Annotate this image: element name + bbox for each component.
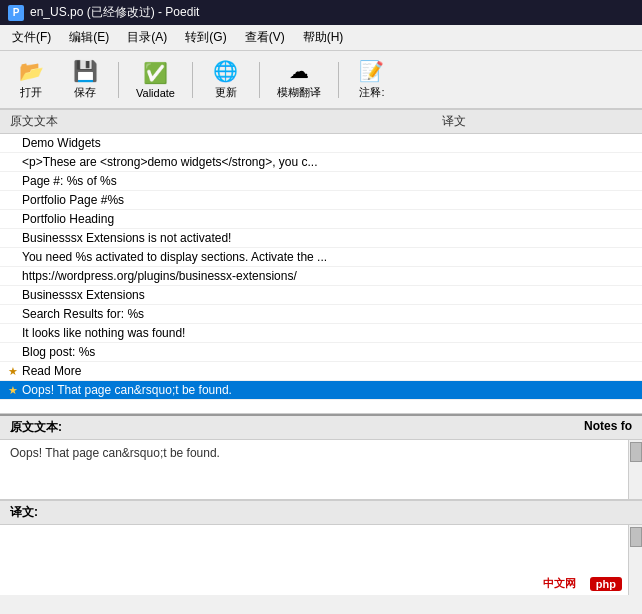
list-item[interactable]: Search Results for: %s xyxy=(0,305,642,324)
list-item-selected[interactable]: ★ Oops! That page can&rsquo;t be found. xyxy=(0,381,642,400)
source-scrollbar[interactable] xyxy=(628,440,642,499)
source-text: Demo Widgets xyxy=(22,136,434,150)
toolbar-separator-1 xyxy=(118,62,119,98)
menu-view[interactable]: 查看(V) xyxy=(237,27,293,48)
source-panel-label: 原文文本: xyxy=(10,419,62,436)
update-icon: 🌐 xyxy=(213,59,238,83)
row-flag: ★ xyxy=(8,384,22,397)
open-icon: 📂 xyxy=(19,59,44,83)
app-icon: P xyxy=(8,5,24,21)
source-text-display: Oops! That page can&rsquo;t be found. xyxy=(0,440,642,500)
php-badge-text: php xyxy=(596,578,616,590)
bottom-panels: 原文文本: Notes fo Oops! That page can&rsquo… xyxy=(0,414,642,595)
toolbar-separator-4 xyxy=(338,62,339,98)
validate-icon: ✅ xyxy=(143,61,168,85)
source-text: Search Results for: %s xyxy=(22,307,434,321)
source-text: Businesssx Extensions xyxy=(22,288,434,302)
site-link: 中文网 xyxy=(543,576,576,591)
translation-panel-label: 译文: xyxy=(10,504,38,521)
fuzzy-translate-button[interactable]: ☁ 模糊翻译 xyxy=(268,55,330,104)
list-header: 原文文本 译文 xyxy=(0,110,642,134)
translation-panel-header: 译文: xyxy=(0,501,642,525)
row-flag: ★ xyxy=(8,365,22,378)
source-panel-header: 原文文本: Notes fo xyxy=(0,416,642,440)
source-text: Portfolio Page #%s xyxy=(22,193,434,207)
trans-scrollbar[interactable] xyxy=(628,525,642,595)
notes-button[interactable]: 📝 注释: xyxy=(347,55,397,104)
toolbar-separator-2 xyxy=(192,62,193,98)
list-item[interactable]: Portfolio Heading xyxy=(0,210,642,229)
menu-file[interactable]: 文件(F) xyxy=(4,27,59,48)
source-text: Blog post: %s xyxy=(22,345,434,359)
translation-panel: 译文: php 中文网 xyxy=(0,500,642,595)
source-text: https://wordpress.org/plugins/businessx-… xyxy=(22,269,434,283)
php-badge: php xyxy=(590,577,622,591)
source-text: Portfolio Heading xyxy=(22,212,434,226)
list-item[interactable]: Blog post: %s xyxy=(0,343,642,362)
menu-goto[interactable]: 转到(G) xyxy=(177,27,234,48)
source-text: You need %s activated to display section… xyxy=(22,250,434,264)
source-column-header: 原文文本 xyxy=(10,113,432,130)
list-item[interactable]: ★ Read More xyxy=(0,362,642,381)
source-text: Read More xyxy=(22,364,434,378)
validate-button[interactable]: ✅ Validate xyxy=(127,57,184,103)
list-item[interactable]: Businesssx Extensions xyxy=(0,286,642,305)
main-area: 原文文本 译文 Demo Widgets <p>These are <stron… xyxy=(0,110,642,614)
source-text: Businesssx Extensions is not activated! xyxy=(22,231,434,245)
list-item[interactable]: <p>These are <strong>demo widgets</stron… xyxy=(0,153,642,172)
menu-help[interactable]: 帮助(H) xyxy=(295,27,352,48)
notes-icon: 📝 xyxy=(359,59,384,83)
list-item[interactable]: It looks like nothing was found! xyxy=(0,324,642,343)
list-item[interactable]: You need %s activated to display section… xyxy=(0,248,642,267)
list-item[interactable]: Page #: %s of %s xyxy=(0,172,642,191)
window-title: en_US.po (已经修改过) - Poedit xyxy=(30,4,199,21)
toolbar-separator-3 xyxy=(259,62,260,98)
menu-edit[interactable]: 编辑(E) xyxy=(61,27,117,48)
list-item[interactable]: Demo Widgets xyxy=(0,134,642,153)
menu-bar: 文件(F) 编辑(E) 目录(A) 转到(G) 查看(V) 帮助(H) xyxy=(0,25,642,51)
menu-catalog[interactable]: 目录(A) xyxy=(119,27,175,48)
string-list[interactable]: Demo Widgets <p>These are <strong>demo w… xyxy=(0,134,642,414)
update-button[interactable]: 🌐 更新 xyxy=(201,55,251,104)
list-item[interactable]: Businesssx Extensions is not activated! xyxy=(0,229,642,248)
translation-text-display[interactable]: php 中文网 xyxy=(0,525,642,595)
list-item[interactable]: Portfolio Page #%s xyxy=(0,191,642,210)
trans-scrollbar-thumb[interactable] xyxy=(630,527,642,547)
source-text: Page #: %s of %s xyxy=(22,174,434,188)
title-bar: P en_US.po (已经修改过) - Poedit xyxy=(0,0,642,25)
source-scrollbar-thumb[interactable] xyxy=(630,442,642,462)
save-icon: 💾 xyxy=(73,59,98,83)
save-button[interactable]: 💾 保存 xyxy=(60,55,110,104)
source-panel: 原文文本: Notes fo Oops! That page can&rsquo… xyxy=(0,416,642,500)
source-text: Oops! That page can&rsquo;t be found. xyxy=(22,383,434,397)
source-text: <p>These are <strong>demo widgets</stron… xyxy=(22,155,434,169)
fuzzy-translate-icon: ☁ xyxy=(289,59,309,83)
source-text-value: Oops! That page can&rsquo;t be found. xyxy=(10,446,220,460)
notes-panel-label: Notes fo xyxy=(584,419,632,436)
translation-column-header: 译文 xyxy=(432,113,632,130)
list-item[interactable]: https://wordpress.org/plugins/businessx-… xyxy=(0,267,642,286)
toolbar: 📂 打开 💾 保存 ✅ Validate 🌐 更新 ☁ 模糊翻译 📝 注释: xyxy=(0,51,642,110)
open-button[interactable]: 📂 打开 xyxy=(6,55,56,104)
source-text: It looks like nothing was found! xyxy=(22,326,434,340)
